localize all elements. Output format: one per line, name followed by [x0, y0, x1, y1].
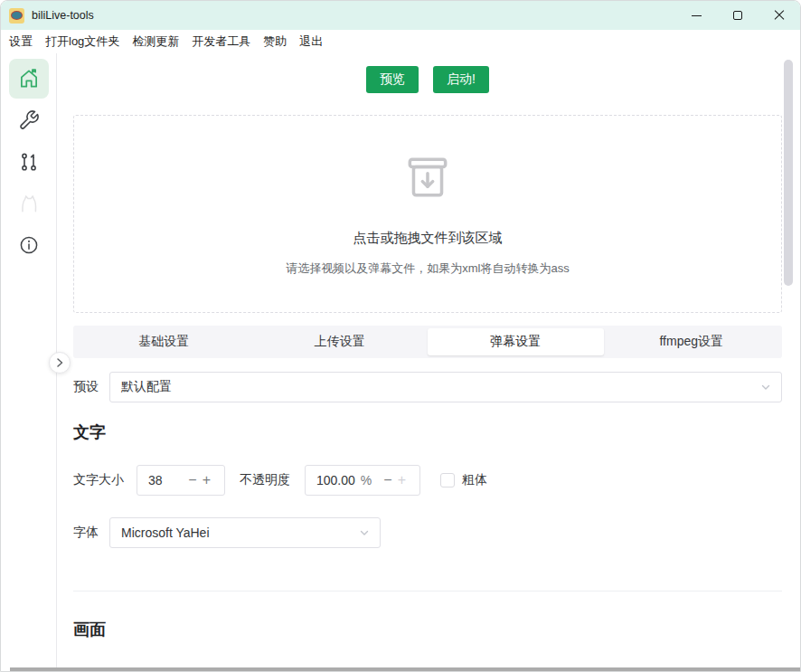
- home-icon: [17, 67, 41, 90]
- menubar: 设置 打开log文件夹 检测更新 开发者工具 赞助 退出: [1, 30, 800, 53]
- settings-tabs: 基础设置 上传设置 弹幕设置 ffmpeg设置: [73, 326, 782, 358]
- tab-danmaku-settings[interactable]: 弹幕设置: [428, 328, 604, 355]
- increment-icon[interactable]: +: [395, 473, 409, 487]
- increment-icon[interactable]: +: [200, 473, 213, 487]
- sidebar-item-tools[interactable]: [9, 100, 49, 140]
- tab-upload-settings[interactable]: 上传设置: [252, 328, 429, 355]
- bold-label: 粗体: [462, 472, 487, 488]
- preset-select[interactable]: 默认配置: [109, 372, 782, 402]
- action-row: 预览 启动!: [73, 66, 782, 93]
- dropzone-subtitle: 请选择视频以及弹幕文件，如果为xml将自动转换为ass: [286, 260, 569, 277]
- menu-check-update[interactable]: 检测更新: [126, 32, 185, 52]
- chevron-down-icon: [358, 526, 371, 539]
- archive-download-icon: [401, 152, 454, 204]
- text-section-heading: 文字: [73, 421, 782, 443]
- decrement-icon[interactable]: −: [381, 473, 394, 487]
- main-content: 预览 启动! 点击或拖拽文件到该区域 请选择视频以及弹幕文件，如果为xml将自动…: [57, 53, 800, 672]
- dropzone-title: 点击或拖拽文件到该区域: [353, 230, 503, 247]
- minimize-icon: [692, 15, 702, 16]
- wrench-icon: [18, 109, 40, 131]
- preset-row: 预设 默认配置: [73, 372, 782, 402]
- opacity-label: 不透明度: [240, 472, 290, 488]
- sidebar-item-extra[interactable]: [9, 184, 49, 223]
- opacity-value: 100.00: [316, 473, 361, 487]
- preset-label: 预设: [73, 379, 99, 395]
- start-button[interactable]: 启动!: [433, 66, 489, 93]
- app-logo-icon: [9, 8, 24, 24]
- file-dropzone[interactable]: 点击或拖拽文件到该区域 请选择视频以及弹幕文件，如果为xml将自动转换为ass: [73, 115, 782, 313]
- maximize-icon: [733, 11, 742, 20]
- cat-icon: [17, 192, 41, 215]
- font-row: 字体 Microsoft YaHei: [73, 517, 782, 548]
- bold-checkbox-wrap[interactable]: 粗体: [440, 472, 487, 488]
- text-controls-row: 文字大小 38 − + 不透明度 100.00 % − + 粗体: [73, 465, 782, 496]
- font-size-label: 文字大小: [73, 472, 124, 488]
- font-size-input[interactable]: 38 − +: [137, 465, 225, 496]
- menu-settings[interactable]: 设置: [3, 32, 39, 52]
- tab-basic-settings[interactable]: 基础设置: [76, 328, 252, 355]
- sidebar-collapse-button[interactable]: [49, 352, 71, 374]
- section-divider: [73, 591, 782, 592]
- opacity-input[interactable]: 100.00 % − +: [305, 465, 420, 496]
- font-family-select[interactable]: Microsoft YaHei: [109, 517, 381, 548]
- sidebar-item-about[interactable]: [9, 225, 49, 265]
- font-family-label: 字体: [73, 525, 99, 541]
- preview-button[interactable]: 预览: [366, 66, 419, 93]
- menu-devtools[interactable]: 开发者工具: [185, 32, 257, 52]
- preset-value: 默认配置: [121, 379, 172, 395]
- minimize-button[interactable]: [675, 1, 717, 30]
- menu-sponsor[interactable]: 赞助: [257, 32, 293, 52]
- horizontal-scrollbar[interactable]: [10, 667, 800, 671]
- screen-section-heading: 画面: [73, 619, 782, 640]
- sidebar-item-sync[interactable]: [9, 142, 49, 182]
- maximize-button[interactable]: [717, 1, 759, 30]
- chevron-right-icon: [54, 357, 65, 368]
- chevron-down-icon: [759, 381, 772, 393]
- font-size-value: 38: [148, 473, 185, 487]
- info-icon: [18, 234, 40, 256]
- close-icon: [774, 10, 785, 21]
- git-compare-icon: [18, 151, 40, 173]
- font-family-value: Microsoft YaHei: [121, 525, 210, 540]
- decrement-icon[interactable]: −: [185, 473, 199, 487]
- menu-open-log-folder[interactable]: 打开log文件夹: [39, 32, 126, 52]
- opacity-suffix: %: [361, 473, 372, 487]
- sidebar-item-home[interactable]: [9, 59, 49, 99]
- titlebar: biliLive-tools: [1, 1, 800, 30]
- bold-checkbox[interactable]: [440, 473, 455, 487]
- menu-exit[interactable]: 退出: [293, 32, 329, 52]
- window-title: biliLive-tools: [32, 9, 94, 22]
- vertical-scrollbar-thumb[interactable]: [784, 60, 793, 286]
- tab-ffmpeg-settings[interactable]: ffmpeg设置: [604, 328, 780, 355]
- close-button[interactable]: [759, 1, 800, 30]
- app-window: biliLive-tools 设置 打开log文件夹 检测更新 开发者工具 赞助…: [0, 0, 801, 672]
